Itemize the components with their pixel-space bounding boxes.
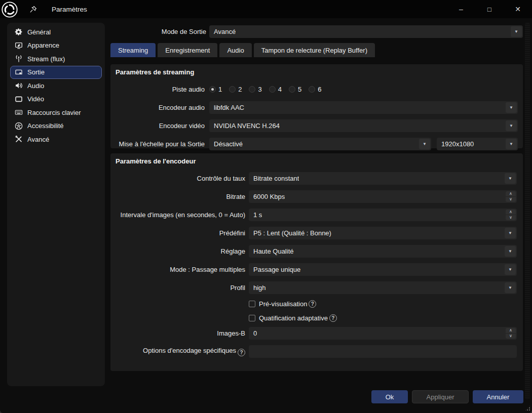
rate-control-select[interactable]: Bitrate constant ▼ [249,172,517,185]
custom-options-row: Options d'encodage spécifiques? [110,345,523,358]
audio-track-row: Piste audio 1 2 3 4 5 6 [110,83,523,96]
sidebar-item-label: Audio [27,82,44,90]
spin-down-icon[interactable]: ∨ [506,197,516,202]
radio-icon [269,86,276,93]
radio-track-4[interactable]: 4 [269,86,282,93]
audio-encoder-row: Encodeur audio libfdk AAC ▼ [110,101,523,114]
keyframe-interval-spinner[interactable]: 1 s ∧ ∨ [249,209,517,221]
multipass-select[interactable]: Passage unique ▼ [249,263,517,276]
tab-streaming[interactable]: Streaming [110,43,156,57]
sidebar-item-general[interactable]: Général [10,25,102,39]
titlebar: Paramètres – □ ✕ [0,0,532,18]
sidebar-item-video[interactable]: Vidéo [10,93,102,106]
help-icon[interactable]: ? [238,349,245,356]
help-icon[interactable]: ? [309,300,316,308]
tab-audio[interactable]: Audio [219,43,251,57]
gear-icon [14,28,23,36]
apply-button[interactable]: Appliquer [412,390,469,403]
rescale-row: Mise à l'échelle pour la Sortie Désactiv… [110,138,523,150]
sidebar-item-output[interactable]: Sortie [10,66,102,79]
adaptive-quant-checkbox[interactable] [249,315,255,321]
chevron-down-icon: ▼ [505,282,516,293]
chevron-down-icon: ▼ [511,26,522,37]
spin-up-icon[interactable]: ∧ [506,210,516,215]
close-button[interactable]: ✕ [504,0,532,18]
spin-down-icon[interactable]: ∨ [506,334,516,339]
chevron-down-icon: ▼ [506,139,517,149]
sidebar-item-advanced[interactable]: Avancé [10,133,102,146]
chevron-down-icon: ▼ [505,264,516,275]
lookahead-checkbox[interactable] [249,301,255,307]
output-mode-select[interactable]: Avancé ▼ [209,25,523,38]
radio-track-6[interactable]: 6 [309,86,321,93]
help-icon[interactable]: ? [329,314,337,322]
radio-track-3[interactable]: 3 [249,86,261,93]
sidebar-item-hotkeys[interactable]: Raccourcis clavier [10,106,102,119]
sidebar-item-label: Avancé [27,136,49,143]
speaker-icon [14,81,23,90]
chevron-down-icon: ▼ [506,102,517,113]
maximize-button[interactable]: □ [475,0,504,18]
radio-track-5[interactable]: 5 [289,86,301,93]
bitrate-spinner[interactable]: 6000 Kbps ∧ ∨ [249,190,517,203]
radio-track-2[interactable]: 2 [229,86,242,93]
obs-logo-icon [1,1,18,18]
output-tabs: Streaming Enregistrement Audio Tampon de… [110,43,375,57]
tuning-row: Réglage Haute Qualité ▼ [110,245,523,258]
accessibility-icon [14,121,23,130]
rescale-resolution-select[interactable]: 1920x1080 ▼ [437,138,518,150]
tools-icon [14,135,23,144]
tuning-select[interactable]: Haute Qualité ▼ [249,245,517,258]
sidebar-item-label: Raccourcis clavier [27,109,81,116]
group-title: Paramètres de l'encodeur [110,157,523,165]
rescale-select[interactable]: Désactivé ▼ [209,138,431,150]
lookahead-row: Pré-visualisation ? [249,300,523,308]
ok-button[interactable]: Ok [371,390,408,403]
preset-select[interactable]: P5 : Lent (Qualité : Bonne) ▼ [249,227,517,239]
sidebar-item-audio[interactable]: Audio [10,79,102,93]
bitrate-row: Bitrate 6000 Kbps ∧ ∨ [110,190,523,203]
tab-recording[interactable]: Enregistrement [158,43,217,57]
chevron-down-icon: ▼ [505,246,516,257]
keyframe-interval-row: Intervale d'images (en secondes, 0 = Aut… [110,209,523,221]
radio-icon [289,86,295,93]
resize-grip[interactable] [524,405,531,411]
audio-track-radios: 1 2 3 4 5 6 [209,83,321,96]
video-encoder-select[interactable]: NVIDIA NVENC H.264 ▼ [209,119,518,132]
spin-up-icon[interactable]: ∧ [506,191,516,197]
minimize-button[interactable]: – [447,0,475,18]
bframes-row: Images-B 0 ∧ ∨ [110,327,523,340]
spin-up-icon[interactable]: ∧ [506,328,516,334]
streaming-settings-group: Paramètres de streaming Piste audio 1 2 … [110,64,523,148]
sidebar-item-label: Sortie [27,68,45,76]
broadcast-icon [14,55,23,63]
pin-icon[interactable] [27,4,39,15]
video-encoder-row: Encodeur vidéo NVIDIA NVENC H.264 ▼ [110,119,523,132]
chevron-down-icon: ▼ [506,120,517,131]
profile-row: Profil high ▼ [110,281,523,294]
sidebar-item-label: Accessibilité [27,122,64,130]
group-title: Paramètres de streaming [110,68,523,76]
sidebar-item-label: Stream (flux) [27,55,65,63]
sidebar-item-label: Général [27,28,51,36]
radio-track-1[interactable]: 1 [209,86,222,93]
encoder-settings-group: Paramètres de l'encodeur Contrôle du tau… [110,153,523,371]
profile-select[interactable]: high ▼ [249,281,517,294]
sidebar-item-accessibility[interactable]: Accessibilité [10,119,102,133]
chevron-down-icon: ▼ [505,228,516,238]
cancel-button[interactable]: Annuler [473,390,523,403]
radio-icon [209,86,216,93]
custom-options-input[interactable] [249,345,517,358]
scrollbar-track[interactable] [525,23,530,399]
bframes-spinner[interactable]: 0 ∧ ∨ [249,327,517,340]
sidebar-item-label: Apparence [27,42,59,49]
tab-replay-buffer[interactable]: Tampon de relecture (Replay Buffer) [254,43,375,57]
appearance-icon [14,41,23,50]
window-title: Paramètres [52,6,87,13]
audio-encoder-select[interactable]: libfdk AAC ▼ [209,101,518,114]
sidebar-item-stream[interactable]: Stream (flux) [10,52,102,66]
spin-down-icon[interactable]: ∨ [506,215,516,220]
sidebar-item-appearance[interactable]: Apparence [10,39,102,53]
chevron-down-icon: ▼ [505,173,516,184]
adaptive-quant-row: Quatification adaptative ? [249,314,523,322]
